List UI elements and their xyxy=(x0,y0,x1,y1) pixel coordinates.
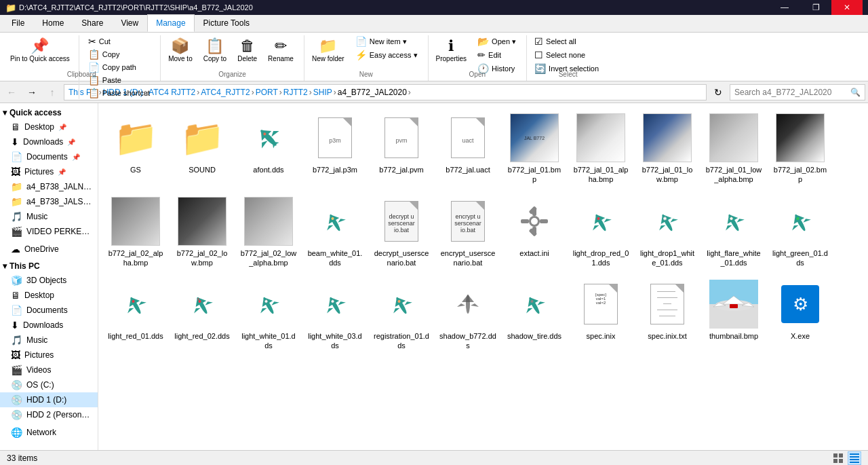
list-item[interactable]: pvm b772_jal.pvm xyxy=(370,109,433,189)
sidebar-item-videos[interactable]: 🎬 Videos xyxy=(0,362,98,377)
copy-to-button[interactable]: 📋 Copy to xyxy=(199,35,231,73)
sidebar-item-documents2[interactable]: 📄 Documents xyxy=(0,303,98,318)
breadcrumb-ship[interactable]: SHIP xyxy=(313,88,332,97)
select-all-button[interactable]: ☑ Select all xyxy=(530,35,604,48)
list-item[interactable]: uact b772_jal.uact xyxy=(436,109,500,189)
sidebar-item-osc[interactable]: 💿 OS (C:) xyxy=(0,377,98,392)
list-item[interactable]: decrypt userscenario.bat decrypt_usersce… xyxy=(370,192,433,273)
easy-access-button[interactable]: ⚡ Easy access ▾ xyxy=(351,49,422,61)
list-item[interactable]: light_white_01.dds xyxy=(237,275,300,356)
properties-button[interactable]: ℹ Properties xyxy=(431,35,472,73)
cut-button[interactable]: ✂ Cut xyxy=(83,35,155,48)
open-button[interactable]: 📂 Open ▾ xyxy=(473,35,521,48)
sidebar-item-pictures2[interactable]: 🖼 Pictures xyxy=(0,348,98,362)
sidebar-item-onedrive[interactable]: ☁ OneDrive xyxy=(0,242,98,257)
list-item[interactable]: ⚙ X.exe xyxy=(768,275,832,356)
tab-manage[interactable]: Manage xyxy=(147,14,194,32)
move-to-button[interactable]: 📦 Move to xyxy=(163,35,197,73)
new-folder-icon: 📁 xyxy=(319,39,337,54)
list-item[interactable]: light_green_01.dds xyxy=(768,192,832,273)
sidebar-item-a4b738jalnatsu[interactable]: 📁 a4_B738_JALNATSU xyxy=(0,179,98,194)
list-item[interactable]: thumbnail.bmp xyxy=(702,275,766,356)
list-item[interactable]: p3m b772_jal.p3m xyxy=(303,109,367,189)
this-pc-header[interactable]: ▾ This PC xyxy=(0,259,98,273)
new-folder-button[interactable]: 📁 New folder xyxy=(307,35,349,73)
sidebar-item-a4b738jalshima[interactable]: 📁 a4_B738_JALSHIMA xyxy=(0,194,98,209)
edit-button[interactable]: ✏ Edit xyxy=(473,49,521,61)
breadcrumb-atc4rjtt2[interactable]: ATC4 RJTT2 xyxy=(149,88,195,97)
list-item[interactable]: beam_white_01.dds xyxy=(303,192,367,273)
list-item[interactable]: light_red_01.dds xyxy=(104,275,167,356)
sidebar-item-video[interactable]: 🎬 VIDEO PERKENALA xyxy=(0,224,98,239)
paste-shortcut-button[interactable]: 📋 Paste shortcut xyxy=(83,87,155,99)
svg-point-18 xyxy=(531,218,538,225)
list-item[interactable]: b772_jal_02_low_alpha.bmp xyxy=(237,192,300,273)
list-item[interactable]: light_white_03.dds xyxy=(303,275,367,356)
large-icons-view-button[interactable] xyxy=(831,451,845,465)
list-item[interactable]: shadow_b772.dds xyxy=(436,275,500,356)
pictures-icon: 🖼 xyxy=(11,350,20,360)
tab-picture-tools[interactable]: Picture Tools xyxy=(195,14,258,32)
list-item[interactable]: light_red_02.dds xyxy=(170,275,234,356)
sidebar-item-music[interactable]: 🎵 Music xyxy=(0,209,98,224)
list-item[interactable]: [spec] val=1 val=2 spec.inix xyxy=(569,275,633,356)
file-icon xyxy=(244,197,293,246)
list-item[interactable]: light_drop1_white_01.dds xyxy=(635,192,699,273)
sidebar-item-network[interactable]: 🌐 Network xyxy=(0,425,98,440)
sidebar-item-hdd2[interactable]: 💿 HDD 2 (Personal Stu xyxy=(0,407,98,422)
sidebar-item-label: Music xyxy=(26,212,47,221)
list-item[interactable]: encrypt userscenario.bat encrypt_usersce… xyxy=(436,192,500,273)
copy-button[interactable]: 📋 Copy xyxy=(83,48,155,60)
file-icon xyxy=(111,280,160,329)
file-name: GS xyxy=(130,165,141,174)
restore-button[interactable]: ❐ xyxy=(800,0,831,15)
sidebar-item-downloads2[interactable]: ⬇ Downloads xyxy=(0,318,98,333)
tab-file[interactable]: File xyxy=(3,14,33,32)
rename-button[interactable]: ✏ Rename xyxy=(263,35,298,73)
sidebar-item-3dobjects[interactable]: 🧊 3D Objects xyxy=(0,273,98,288)
breadcrumb-port[interactable]: PORT xyxy=(256,88,278,97)
breadcrumb-atc4rjtt2b[interactable]: ATC4_RJTT2 xyxy=(201,88,250,97)
list-item[interactable]: 📁 GS xyxy=(104,109,167,189)
sidebar-item-pictures[interactable]: 🖼 Pictures 📌 xyxy=(0,164,98,179)
tab-home[interactable]: Home xyxy=(33,14,73,32)
list-item[interactable]: extact.ini xyxy=(502,192,566,273)
search-bar[interactable]: 🔍 xyxy=(730,84,865,100)
list-item[interactable]: 📁 SOUND xyxy=(170,109,234,189)
list-item[interactable]: b772_jal_01_alpha.bmp xyxy=(569,109,633,189)
sidebar-item-desktop2[interactable]: 🖥 Desktop xyxy=(0,288,98,303)
details-view-button[interactable] xyxy=(848,451,861,465)
list-item[interactable]: b772_jal_02_alpha.bmp xyxy=(104,192,167,273)
tab-view[interactable]: View xyxy=(112,14,147,32)
list-item[interactable]: light_drop_red_01.dds xyxy=(569,192,633,273)
refresh-button[interactable]: ↻ xyxy=(709,83,727,101)
new-item-button[interactable]: 📄 New item ▾ xyxy=(351,35,422,48)
close-button[interactable]: ✕ xyxy=(831,0,863,15)
list-item[interactable]: ————— ————— —— ————— ———— spec.inix.txt xyxy=(635,275,699,356)
sidebar-item-downloads[interactable]: ⬇ Downloads 📌 xyxy=(0,134,98,149)
delete-button[interactable]: 🗑 Delete xyxy=(233,35,262,73)
pin-to-quick-access-button[interactable]: 📌 Pin to Quick access xyxy=(5,35,75,73)
list-item[interactable]: b772_jal_02.bmp xyxy=(768,109,832,189)
sidebar-item-hdd1[interactable]: 💿 HDD 1 (D:) xyxy=(0,392,98,407)
tab-share[interactable]: Share xyxy=(73,14,112,32)
list-item[interactable]: light_flare_white_01.dds xyxy=(702,192,766,273)
list-item[interactable]: shadow_tire.dds xyxy=(502,275,566,356)
list-item[interactable]: b772_jal_01_low_alpha.bmp xyxy=(702,109,766,189)
list-item[interactable]: b772_jal_01_low.bmp xyxy=(635,109,699,189)
list-item[interactable]: b772_jal_02_low.bmp xyxy=(170,192,234,273)
breadcrumb-rjtt2[interactable]: RJTT2 xyxy=(283,88,308,97)
sidebar-item-documents[interactable]: 📄 Documents 📌 xyxy=(0,149,98,164)
quick-access-header[interactable]: ▾ Quick access xyxy=(0,106,98,119)
select-none-button[interactable]: ☐ Select none xyxy=(530,49,604,61)
sidebar-item-desktop[interactable]: 🖥 Desktop 📌 xyxy=(0,119,98,134)
list-item[interactable]: registration_01.dds xyxy=(370,275,433,356)
search-input[interactable] xyxy=(734,88,850,97)
breadcrumb[interactable]: This PC › HDD 1 (D:) › ATC4 RJTT2 › ATC4… xyxy=(64,84,707,100)
3d-icon: 🧊 xyxy=(11,275,22,286)
list-item[interactable]: afont.dds xyxy=(237,109,300,189)
minimize-button[interactable]: — xyxy=(769,0,800,15)
sidebar-item-music2[interactable]: 🎵 Music xyxy=(0,333,98,348)
list-item[interactable]: JAL B772 b772_jal_01.bmp xyxy=(502,109,566,189)
breadcrumb-a4b772[interactable]: a4_B772_JAL2020 xyxy=(338,88,407,97)
